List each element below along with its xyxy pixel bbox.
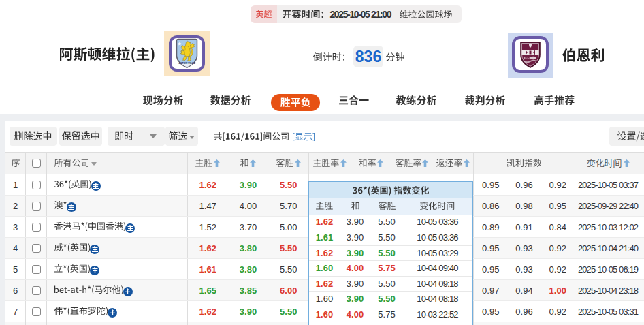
svg-text:ASTON VILLA: ASTON VILLA bbox=[178, 62, 195, 65]
